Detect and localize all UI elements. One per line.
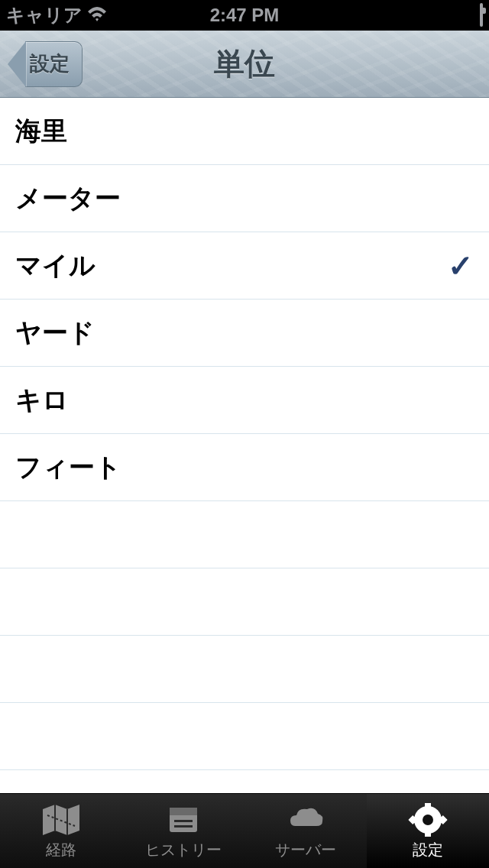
list-item[interactable]: フィート — [0, 434, 489, 501]
status-bar: キャリア 2:47 PM — [0, 0, 489, 31]
tab-settings[interactable]: 設定 — [367, 794, 489, 868]
list-item-label: メーター — [15, 181, 121, 216]
back-button-label: 設定 — [30, 50, 70, 77]
list-item-empty — [0, 636, 489, 703]
list-item[interactable]: キロ — [0, 367, 489, 434]
list-item-label: ヤード — [15, 316, 95, 351]
chevron-left-icon — [8, 41, 26, 87]
svg-rect-2 — [174, 820, 193, 822]
tab-label: 設定 — [413, 840, 443, 860]
list-item-empty — [0, 703, 489, 770]
nav-bar: 設定 単位 — [0, 31, 489, 98]
page-title: 単位 — [214, 43, 275, 85]
tab-label: サーバー — [275, 840, 336, 860]
battery-icon — [480, 5, 483, 26]
svg-point-16 — [423, 815, 433, 825]
list-item[interactable]: メーター — [0, 165, 489, 232]
tab-label: 経路 — [46, 840, 76, 860]
server-icon — [286, 802, 325, 838]
gear-icon — [408, 802, 448, 838]
unit-list: 海里 メーター マイル ✓ ヤード キロ フィート — [0, 98, 489, 793]
list-item-label: マイル — [15, 248, 96, 283]
back-button[interactable]: 設定 — [8, 41, 83, 87]
tab-history[interactable]: ヒストリー — [122, 794, 244, 868]
wifi-icon — [87, 5, 107, 26]
list-item-label: フィート — [15, 450, 121, 485]
svg-rect-3 — [174, 825, 193, 828]
svg-rect-7 — [425, 803, 431, 809]
list-item[interactable]: マイル ✓ — [0, 232, 489, 300]
list-item-label: 海里 — [15, 114, 67, 149]
checkmark-icon: ✓ — [448, 248, 474, 283]
tab-bar: 経路 ヒストリー サーバー 設定 — [0, 793, 489, 868]
svg-rect-8 — [425, 831, 431, 837]
tab-server[interactable]: サーバー — [244, 794, 367, 868]
carrier-label: キャリア — [6, 3, 83, 28]
list-item-label: キロ — [15, 383, 69, 418]
svg-rect-1 — [170, 808, 197, 815]
list-item-empty — [0, 568, 489, 636]
list-item[interactable]: ヤード — [0, 300, 489, 367]
tab-label: ヒストリー — [145, 840, 222, 860]
map-icon — [41, 802, 81, 838]
list-item-empty — [0, 501, 489, 568]
history-icon — [164, 802, 203, 838]
tab-route[interactable]: 経路 — [0, 794, 122, 868]
clock-label: 2:47 PM — [165, 5, 324, 26]
list-item[interactable]: 海里 — [0, 98, 489, 165]
